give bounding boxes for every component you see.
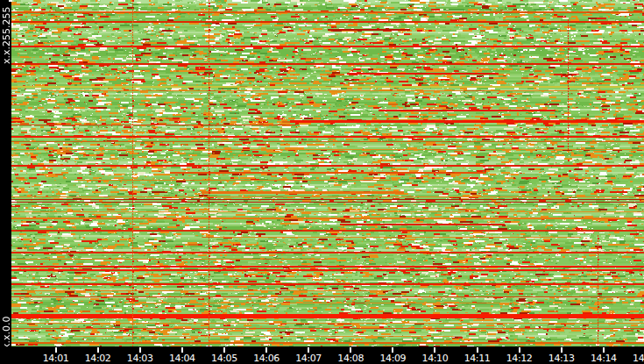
y-axis-min-label: x.x.0.0 bbox=[1, 316, 12, 349]
x-tick-label: 14:14 bbox=[583, 353, 625, 364]
x-tick-label: 14:06 bbox=[245, 353, 287, 364]
x-tick-label: 14:05 bbox=[203, 353, 245, 364]
x-tick-label: 14:13 bbox=[541, 353, 583, 364]
x-tick-label: 14:11 bbox=[456, 353, 499, 364]
y-axis-max-label: x.x.255.255 bbox=[1, 6, 12, 64]
x-tick-label: 14:15 bbox=[625, 353, 644, 364]
x-tick-label: 14:08 bbox=[329, 353, 372, 364]
x-tick-label: 14:10 bbox=[414, 353, 456, 364]
y-axis-top-tick bbox=[9, 0, 12, 2]
x-tick-label: 14:01 bbox=[35, 353, 77, 364]
x-tick-label: 14:02 bbox=[77, 353, 119, 364]
x-tick-label: 14:04 bbox=[161, 353, 203, 364]
x-tick-label: 14:09 bbox=[372, 353, 414, 364]
x-tick-label: 14:07 bbox=[287, 353, 329, 364]
plot-canvas bbox=[11, 0, 644, 346]
x-tick-label: 14:12 bbox=[499, 353, 541, 364]
x-tick-label: 14:03 bbox=[119, 353, 161, 364]
x-axis: 14:0114:0214:0314:0414:0514:0614:0714:08… bbox=[0, 346, 644, 364]
heatmap-window: x.x.255.255 x.x.0.0 14:0114:0214:0314:04… bbox=[0, 0, 644, 364]
